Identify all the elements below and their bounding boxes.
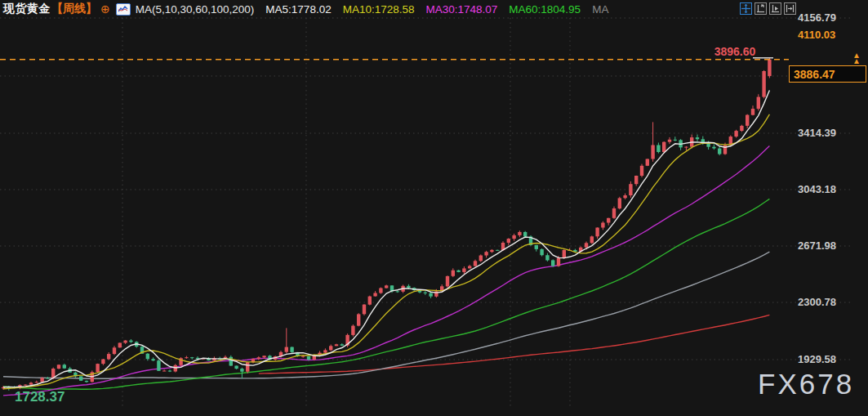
ma30-value: MA30:1748.07 <box>425 3 497 16</box>
instrument-name: 现货黄金 <box>3 2 51 16</box>
fx678-watermark: FX678 <box>758 368 854 400</box>
price-up-arrow-icon: ▲▲ <box>852 52 861 64</box>
ma60-value: MA60:1804.95 <box>509 3 581 16</box>
current-price-badge: 3886.47 <box>789 65 866 83</box>
session-high-label: 3896.60 <box>690 45 780 58</box>
mini-chart-icon[interactable] <box>116 3 131 16</box>
axis-play-icon[interactable] <box>769 2 781 15</box>
y-axis-tick: 3043.18 <box>798 183 863 195</box>
y-axis-tick: 2671.98 <box>798 239 863 252</box>
ma10-value: MA10:1728.58 <box>343 3 415 16</box>
axis-shift-icon[interactable] <box>784 2 796 15</box>
y-axis-tick: 1929.58 <box>798 353 863 365</box>
candlestick-chart[interactable] <box>0 0 868 416</box>
chart-toolbar <box>740 2 796 15</box>
ma100-value-truncated: MA <box>592 3 608 16</box>
crosshair-icon[interactable] <box>740 2 752 15</box>
ma-settings-label[interactable]: MA(5,10,30,60,100,200) <box>136 3 255 16</box>
trading-chart-window: 现货黄金 【周线】 ⊕ MA(5,10,30,60,100,200) MA5:1… <box>0 0 868 416</box>
y-axis-tick: 3414.39 <box>798 127 863 139</box>
axis-range-icon[interactable] <box>754 2 767 15</box>
chart-header: 现货黄金 【周线】 ⊕ MA(5,10,30,60,100,200) MA5:1… <box>0 0 868 18</box>
add-instrument-icon[interactable]: ⊕ <box>100 3 110 15</box>
session-low-label: 1728.37 <box>15 389 65 405</box>
ma5-value: MA5:1778.02 <box>265 3 331 16</box>
y-axis-high-level: 4110.03 <box>798 29 863 41</box>
y-axis-tick: 2300.78 <box>798 296 863 308</box>
timeframe-label[interactable]: 【周线】 <box>51 2 97 16</box>
